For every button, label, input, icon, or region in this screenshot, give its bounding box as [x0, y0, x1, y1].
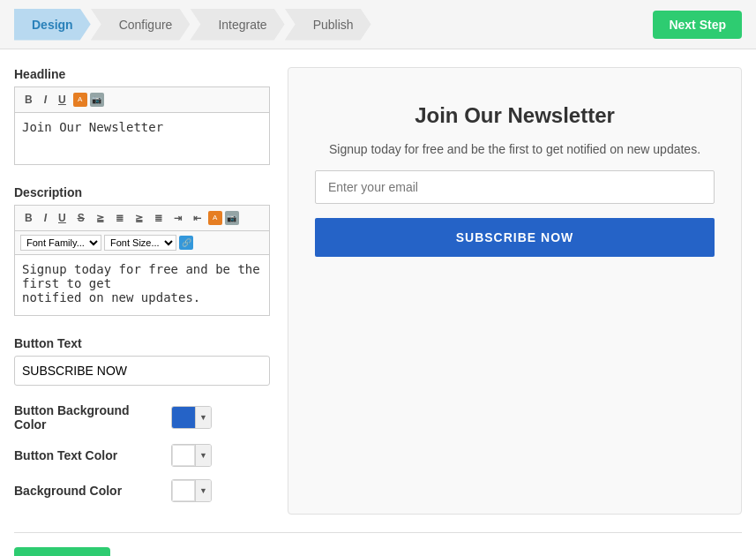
description-toolbar: B I U S ≧ ≣ ≧ ≣ ⇥ ⇤ A 📷: [14, 205, 270, 230]
background-color-label: Background Color: [14, 484, 164, 498]
footer: Next Step Skip This Step: [0, 547, 756, 556]
preview-panel: Join Our Newsletter Signup today for fre…: [288, 67, 742, 515]
left-panel: Headline B I U A 📷 Join Our Newsletter D…: [14, 67, 270, 515]
desc-align-justify-button[interactable]: ≣: [150, 210, 167, 227]
step-configure[interactable]: Configure: [91, 9, 191, 41]
description-label: Description: [14, 185, 270, 199]
header: Design Configure Integrate Publish Next …: [0, 0, 756, 49]
font-family-select[interactable]: Font Family...: [20, 235, 101, 251]
background-color-arrow[interactable]: ▼: [195, 480, 211, 501]
headline-label: Headline: [14, 67, 270, 81]
steps-nav: Design Configure Integrate Publish: [14, 9, 653, 41]
step-publish[interactable]: Publish: [285, 9, 371, 41]
button-text-color-swatch[interactable]: [172, 445, 195, 466]
button-text-color-label: Button Text Color: [14, 448, 164, 462]
main-content: Headline B I U A 📷 Join Our Newsletter D…: [0, 49, 756, 532]
button-text-field-group: Button Text: [14, 336, 270, 386]
header-next-step-button[interactable]: Next Step: [653, 11, 742, 39]
desc-underline-button[interactable]: U: [54, 209, 71, 227]
button-text-color-row: Button Text Color ▼: [14, 444, 270, 467]
desc-outdent-button[interactable]: ⇤: [189, 210, 206, 227]
background-color-swatch[interactable]: [172, 480, 195, 501]
headline-bold-button[interactable]: B: [20, 91, 37, 109]
step-integrate[interactable]: Integrate: [190, 9, 284, 41]
desc-align-center-button[interactable]: ≣: [111, 210, 128, 227]
button-bg-color-swatch[interactable]: [172, 407, 195, 428]
button-text-label: Button Text: [14, 336, 270, 350]
preview-subscribe-button[interactable]: SUBSCRIBE NOW: [315, 218, 715, 257]
footer-divider: [14, 532, 742, 533]
description-font-toolbar: Font Family... Font Size... 🔗: [14, 230, 270, 254]
next-step-button[interactable]: Next Step: [14, 547, 110, 556]
desc-image-icon[interactable]: 📷: [225, 211, 239, 225]
headline-image-icon[interactable]: 📷: [90, 93, 104, 107]
font-size-select[interactable]: Font Size...: [104, 235, 176, 251]
button-text-color-picker[interactable]: ▼: [171, 444, 212, 467]
headline-toolbar: B I U A 📷: [14, 86, 270, 112]
desc-bold-button[interactable]: B: [20, 209, 37, 227]
preview-email-input[interactable]: [315, 170, 715, 204]
desc-strikethrough-button[interactable]: S: [73, 209, 89, 227]
desc-align-right-button[interactable]: ≧: [131, 210, 147, 227]
preview-title: Join Our Newsletter: [415, 103, 615, 128]
preview-subtitle: Signup today for free and be the first t…: [329, 142, 700, 156]
button-text-input[interactable]: [14, 356, 270, 386]
headline-italic-button[interactable]: I: [40, 91, 51, 109]
desc-indent-button[interactable]: ⇥: [169, 210, 186, 227]
headline-underline-button[interactable]: U: [54, 91, 71, 109]
desc-italic-button[interactable]: I: [40, 209, 51, 227]
button-bg-color-row: Button Background Color ▼: [14, 403, 270, 432]
background-color-picker[interactable]: ▼: [171, 479, 212, 502]
description-textarea[interactable]: Signup today for free and be the first t…: [14, 254, 270, 316]
desc-link-icon[interactable]: 🔗: [179, 236, 193, 250]
step-design[interactable]: Design: [14, 9, 91, 41]
step-integrate-label: Integrate: [190, 9, 284, 41]
step-configure-label: Configure: [91, 9, 191, 41]
headline-field-group: Headline B I U A 📷 Join Our Newsletter: [14, 67, 270, 168]
background-color-row: Background Color ▼: [14, 479, 270, 502]
button-bg-color-picker[interactable]: ▼: [171, 406, 212, 429]
button-bg-color-arrow[interactable]: ▼: [195, 407, 211, 428]
step-design-label: Design: [14, 9, 91, 41]
headline-textarea[interactable]: Join Our Newsletter: [14, 112, 270, 165]
desc-color-icon[interactable]: A: [208, 211, 222, 225]
desc-align-left-button[interactable]: ≧: [92, 210, 109, 227]
step-publish-label: Publish: [285, 9, 371, 41]
headline-color-icon[interactable]: A: [73, 93, 87, 107]
description-field-group: Description B I U S ≧ ≣ ≧ ≣ ⇥ ⇤ A 📷 Font…: [14, 185, 270, 319]
button-bg-color-label: Button Background Color: [14, 403, 164, 432]
button-text-color-arrow[interactable]: ▼: [195, 445, 211, 466]
